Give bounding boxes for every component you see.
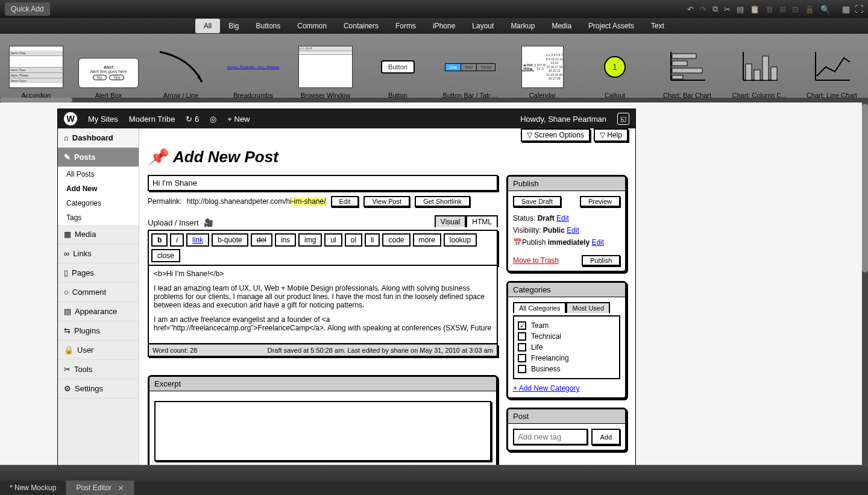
edit-status-link[interactable]: Edit xyxy=(556,214,569,222)
category-checkbox-row[interactable]: Business xyxy=(518,364,615,374)
wordpress-logo-icon[interactable]: W xyxy=(64,112,77,125)
my-sites-link[interactable]: My Sites xyxy=(88,115,118,124)
editor-del-button[interactable]: del xyxy=(251,233,272,247)
category-tab[interactable]: Containers xyxy=(335,19,387,33)
asset-calendar[interactable]: ◀ FEB 2008 ▶S M T W T F S1 2 3 4 5 6 78 … xyxy=(506,34,579,102)
asset-browser-window[interactable]: ○○○ ◁▷⟳Browser Window xyxy=(289,34,362,102)
sidebar-item-pages[interactable]: ▯Pages xyxy=(58,263,139,283)
get-shortlink-button[interactable]: Get Shortlink xyxy=(415,196,470,207)
view-post-button[interactable]: View Post xyxy=(363,196,410,207)
search-icon[interactable]: 🔍 xyxy=(820,5,830,14)
editor-bquote-button[interactable]: b-quote xyxy=(212,233,248,247)
new-button[interactable]: + New xyxy=(227,115,250,124)
editor-more-button[interactable]: more xyxy=(413,233,441,247)
submenu-tags[interactable]: Tags xyxy=(58,210,139,225)
category-tab[interactable]: Markup xyxy=(502,19,543,33)
comments-icon[interactable]: ◎ xyxy=(210,115,216,124)
asset-callout[interactable]: 1Callout xyxy=(579,34,651,102)
category-tab[interactable]: Buttons xyxy=(248,19,289,33)
tab-all-categories[interactable]: All Categories xyxy=(513,302,566,313)
sidebar-item-dashboard[interactable]: ⌂Dashboard xyxy=(58,128,139,148)
updates-count[interactable]: ↻ 6 xyxy=(186,115,199,124)
editor-code-button[interactable]: code xyxy=(382,233,410,247)
category-checkbox-row[interactable]: Life xyxy=(518,342,615,353)
category-tab[interactable]: Media xyxy=(543,19,580,33)
quick-add-button[interactable]: Quick Add xyxy=(5,2,50,16)
redo-icon[interactable]: ↷ xyxy=(700,5,706,14)
modern-tribe-link[interactable]: Modern Tribe xyxy=(129,115,175,124)
lock-icon[interactable]: 🔒 xyxy=(805,5,814,14)
preview-button[interactable]: Preview xyxy=(580,196,620,207)
category-tab[interactable]: Layout xyxy=(464,19,502,33)
doc-tab-new-mockup[interactable]: * New Mockup xyxy=(0,481,66,495)
sidebar-item-posts[interactable]: ✎Posts xyxy=(58,148,139,167)
category-checkbox-row[interactable]: ✓Team xyxy=(518,320,615,331)
help-button[interactable]: ▽ Help xyxy=(594,128,628,142)
category-checkbox-row[interactable]: Freelancing xyxy=(518,353,615,364)
asset-line-chart[interactable]: Chart: Line Chart xyxy=(796,34,868,102)
move-to-trash-link[interactable]: Move to Trash xyxy=(513,256,559,265)
editor-link-button[interactable]: link xyxy=(186,233,209,247)
checkbox-icon[interactable] xyxy=(518,343,526,352)
add-new-category-link[interactable]: + Add New Category xyxy=(513,384,579,393)
submenu-categories[interactable]: Categories xyxy=(58,196,139,210)
cut-icon[interactable]: ✂ xyxy=(724,5,731,14)
asset-accordion[interactable]: Item OneItem TwoItem ThreeItem FourAccor… xyxy=(0,34,72,102)
category-tab[interactable]: Forms xyxy=(387,19,424,33)
asset-arrow-line[interactable]: Arrow / Line xyxy=(145,34,217,102)
checkbox-icon[interactable] xyxy=(518,365,526,373)
asset-shelf-scrollbar[interactable] xyxy=(0,98,868,102)
category-tab[interactable]: Big xyxy=(220,19,247,33)
category-tab[interactable]: iPhone xyxy=(424,19,464,33)
asset-bar-chart[interactable]: Chart: Bar Chart xyxy=(651,34,723,102)
editor-tab-html[interactable]: HTML xyxy=(466,215,498,227)
asset-breadcrumbs[interactable]: Home › Products › Xxx › FeatureBreadcrum… xyxy=(217,34,289,102)
publish-button[interactable]: Publish xyxy=(582,255,620,266)
canvas-vertical-scrollbar[interactable] xyxy=(862,102,868,465)
editor-li-button[interactable]: li xyxy=(365,233,380,247)
editor-bold-button[interactable]: b xyxy=(151,233,168,247)
clipboard-icon[interactable]: 📋 xyxy=(750,5,760,14)
edit-schedule-link[interactable]: Edit xyxy=(591,238,604,247)
group-icon[interactable]: ⊞ xyxy=(779,5,786,14)
close-icon[interactable]: ✕ xyxy=(118,484,124,493)
sidebar-item-user[interactable]: 🔒User xyxy=(58,341,139,360)
media-upload-icon[interactable]: 🎥 xyxy=(204,218,213,227)
submenu-add-new[interactable]: Add New xyxy=(58,181,139,196)
excerpt-textarea[interactable] xyxy=(154,401,491,461)
editor-ul-button[interactable]: ul xyxy=(324,233,342,247)
sidebar-item-links[interactable]: ∞Links xyxy=(58,244,139,263)
category-tab[interactable]: Project Assets xyxy=(580,19,643,33)
sidebar-item-appearance[interactable]: ▧Appearance xyxy=(58,302,139,321)
category-tab[interactable]: Common xyxy=(289,19,335,33)
submenu-all-posts[interactable]: All Posts xyxy=(58,167,139,181)
checkbox-icon[interactable] xyxy=(518,354,526,362)
sidebar-item-plugins[interactable]: ⇆Plugins xyxy=(58,321,139,341)
grid-icon[interactable]: ▦ xyxy=(842,4,850,14)
editor-ol-button[interactable]: ol xyxy=(345,233,362,247)
editor-italic-button[interactable]: i xyxy=(170,233,184,247)
user-avatar-icon[interactable]: ◱ xyxy=(617,113,629,125)
sidebar-item-settings[interactable]: ⚙Settings xyxy=(58,379,139,399)
sidebar-item-tools[interactable]: ✂Tools xyxy=(58,360,139,379)
editor-tab-visual[interactable]: Visual xyxy=(435,215,466,227)
category-tab-all[interactable]: All xyxy=(195,19,220,33)
screen-options-button[interactable]: ▽ Screen Options xyxy=(521,128,590,142)
checkbox-icon[interactable] xyxy=(518,332,526,341)
checkbox-icon[interactable]: ✓ xyxy=(518,321,526,330)
save-draft-button[interactable]: Save Draft xyxy=(513,196,561,207)
category-checkbox-row[interactable]: Technical xyxy=(518,331,615,342)
fullscreen-icon[interactable]: ⛶ xyxy=(855,4,863,14)
add-tag-button[interactable]: Add xyxy=(591,429,620,445)
undo-icon[interactable]: ↶ xyxy=(687,5,694,14)
delete-icon[interactable]: 🗑 xyxy=(766,5,773,14)
post-title-input[interactable] xyxy=(148,175,498,191)
category-tab[interactable]: Text xyxy=(643,19,673,33)
canvas[interactable]: W My Sites Modern Tribe ↻ 6 ◎ + New Howd… xyxy=(0,102,868,465)
sidebar-item-media[interactable]: ▦Media xyxy=(58,225,139,244)
copy-icon[interactable]: ⧉ xyxy=(712,4,718,14)
asset-button[interactable]: ButtonButton xyxy=(362,34,434,102)
howdy-label[interactable]: Howdy, Shane Pearlman xyxy=(520,115,606,124)
editor-lookup-button[interactable]: lookup xyxy=(444,233,477,247)
editor-img-button[interactable]: img xyxy=(298,233,322,247)
